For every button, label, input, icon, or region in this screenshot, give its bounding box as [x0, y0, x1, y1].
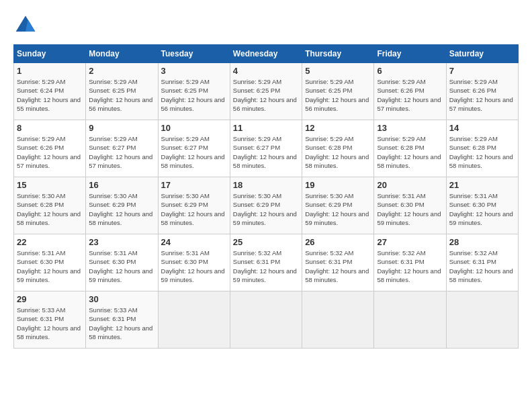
day-info: Sunrise: 5:31 AM Sunset: 6:30 PM Dayligh… — [449, 191, 515, 227]
day-number: 29 — [17, 294, 83, 304]
day-info: Sunrise: 5:29 AM Sunset: 6:28 PM Dayligh… — [377, 134, 443, 170]
calendar-cell: 13 Sunrise: 5:29 AM Sunset: 6:28 PM Dayl… — [374, 120, 446, 177]
calendar-cell: 4 Sunrise: 5:29 AM Sunset: 6:25 PM Dayli… — [230, 63, 302, 120]
daylight-label: Daylight: 12 hours and 57 minutes. — [449, 96, 513, 112]
day-number: 12 — [305, 123, 371, 133]
sunset-label: Sunset: 6:30 PM — [89, 258, 136, 265]
sunset-label: Sunset: 6:31 PM — [233, 258, 280, 265]
sunset-label: Sunset: 6:27 PM — [89, 144, 136, 151]
day-info: Sunrise: 5:29 AM Sunset: 6:28 PM Dayligh… — [449, 134, 515, 170]
daylight-label: Daylight: 12 hours and 58 minutes. — [377, 153, 441, 169]
day-number: 16 — [89, 180, 154, 190]
daylight-label: Daylight: 12 hours and 58 minutes. — [233, 153, 297, 169]
day-info: Sunrise: 5:29 AM Sunset: 6:25 PM Dayligh… — [161, 77, 227, 113]
sunset-label: Sunset: 6:25 PM — [161, 87, 208, 94]
day-number: 7 — [449, 66, 515, 76]
calendar-cell: 20 Sunrise: 5:31 AM Sunset: 6:30 PM Dayl… — [374, 177, 446, 234]
sunset-label: Sunset: 6:29 PM — [161, 201, 208, 208]
calendar-cell — [302, 291, 374, 349]
calendar-cell: 19 Sunrise: 5:30 AM Sunset: 6:29 PM Dayl… — [302, 177, 374, 234]
calendar-cell: 24 Sunrise: 5:31 AM Sunset: 6:30 PM Dayl… — [158, 234, 230, 291]
calendar-cell: 18 Sunrise: 5:30 AM Sunset: 6:29 PM Dayl… — [230, 177, 302, 234]
calendar-cell: 7 Sunrise: 5:29 AM Sunset: 6:26 PM Dayli… — [446, 63, 518, 120]
calendar-week-row: 15 Sunrise: 5:30 AM Sunset: 6:28 PM Dayl… — [14, 177, 519, 234]
calendar-cell: 5 Sunrise: 5:29 AM Sunset: 6:25 PM Dayli… — [302, 63, 374, 120]
daylight-label: Daylight: 12 hours and 58 minutes. — [161, 210, 225, 226]
daylight-label: Daylight: 12 hours and 56 minutes. — [233, 96, 297, 112]
sunset-label: Sunset: 6:29 PM — [89, 201, 136, 208]
day-info: Sunrise: 5:32 AM Sunset: 6:31 PM Dayligh… — [377, 248, 443, 284]
sunrise-label: Sunrise: 5:32 AM — [449, 249, 498, 257]
sunrise-label: Sunrise: 5:32 AM — [377, 249, 425, 257]
weekday-header-monday: Monday — [86, 45, 158, 63]
daylight-label: Daylight: 12 hours and 58 minutes. — [89, 210, 152, 226]
weekday-header-saturday: Saturday — [446, 45, 518, 63]
calendar-cell: 1 Sunrise: 5:29 AM Sunset: 6:24 PM Dayli… — [14, 63, 86, 120]
calendar-cell: 21 Sunrise: 5:31 AM Sunset: 6:30 PM Dayl… — [446, 177, 518, 234]
day-info: Sunrise: 5:31 AM Sunset: 6:30 PM Dayligh… — [161, 248, 227, 284]
day-info: Sunrise: 5:29 AM Sunset: 6:27 PM Dayligh… — [233, 134, 299, 170]
sunset-label: Sunset: 6:31 PM — [17, 315, 64, 322]
calendar-cell — [158, 291, 230, 349]
daylight-label: Daylight: 12 hours and 56 minutes. — [89, 96, 152, 112]
day-info: Sunrise: 5:29 AM Sunset: 6:24 PM Dayligh… — [17, 77, 83, 113]
sunrise-label: Sunrise: 5:29 AM — [305, 78, 353, 85]
sunrise-label: Sunrise: 5:29 AM — [449, 78, 498, 85]
sunset-label: Sunset: 6:30 PM — [377, 201, 424, 208]
calendar-table: SundayMondayTuesdayWednesdayThursdayFrid… — [13, 44, 519, 349]
sunrise-label: Sunrise: 5:29 AM — [377, 135, 425, 142]
daylight-label: Daylight: 12 hours and 58 minutes. — [305, 153, 369, 169]
day-number: 28 — [449, 237, 515, 247]
sunset-label: Sunset: 6:27 PM — [233, 144, 280, 151]
calendar-cell: 8 Sunrise: 5:29 AM Sunset: 6:26 PM Dayli… — [14, 120, 86, 177]
calendar-cell: 22 Sunrise: 5:31 AM Sunset: 6:30 PM Dayl… — [14, 234, 86, 291]
day-number: 5 — [305, 66, 371, 76]
daylight-label: Daylight: 12 hours and 55 minutes. — [17, 96, 81, 112]
calendar-cell: 27 Sunrise: 5:32 AM Sunset: 6:31 PM Dayl… — [374, 234, 446, 291]
day-number: 21 — [449, 180, 515, 190]
sunset-label: Sunset: 6:28 PM — [17, 201, 64, 208]
sunrise-label: Sunrise: 5:29 AM — [17, 135, 65, 142]
sunset-label: Sunset: 6:30 PM — [449, 201, 496, 208]
sunset-label: Sunset: 6:25 PM — [305, 87, 352, 94]
calendar-cell: 14 Sunrise: 5:29 AM Sunset: 6:28 PM Dayl… — [446, 120, 518, 177]
sunset-label: Sunset: 6:30 PM — [161, 258, 208, 265]
day-number: 23 — [89, 237, 154, 247]
daylight-label: Daylight: 12 hours and 57 minutes. — [377, 96, 441, 112]
calendar-cell: 6 Sunrise: 5:29 AM Sunset: 6:26 PM Dayli… — [374, 63, 446, 120]
sunrise-label: Sunrise: 5:29 AM — [305, 135, 353, 142]
day-number: 10 — [161, 123, 227, 133]
day-number: 17 — [161, 180, 227, 190]
sunrise-label: Sunrise: 5:29 AM — [161, 135, 210, 142]
daylight-label: Daylight: 12 hours and 58 minutes. — [449, 153, 513, 169]
day-info: Sunrise: 5:30 AM Sunset: 6:29 PM Dayligh… — [305, 191, 371, 227]
day-info: Sunrise: 5:30 AM Sunset: 6:29 PM Dayligh… — [161, 191, 227, 227]
day-number: 15 — [17, 180, 83, 190]
sunset-label: Sunset: 6:28 PM — [377, 144, 424, 151]
sunrise-label: Sunrise: 5:31 AM — [89, 249, 137, 257]
sunrise-label: Sunrise: 5:33 AM — [89, 306, 137, 314]
calendar-cell: 12 Sunrise: 5:29 AM Sunset: 6:28 PM Dayl… — [302, 120, 374, 177]
day-number: 8 — [17, 123, 83, 133]
calendar-cell — [446, 291, 518, 349]
sunset-label: Sunset: 6:31 PM — [89, 315, 136, 322]
daylight-label: Daylight: 12 hours and 58 minutes. — [17, 210, 81, 226]
sunrise-label: Sunrise: 5:33 AM — [17, 306, 65, 314]
weekday-header-row: SundayMondayTuesdayWednesdayThursdayFrid… — [14, 45, 519, 63]
day-info: Sunrise: 5:29 AM Sunset: 6:26 PM Dayligh… — [377, 77, 443, 113]
weekday-header-tuesday: Tuesday — [158, 45, 230, 63]
logo — [13, 13, 40, 38]
day-info: Sunrise: 5:32 AM Sunset: 6:31 PM Dayligh… — [233, 248, 299, 284]
sunrise-label: Sunrise: 5:29 AM — [17, 78, 65, 85]
calendar-cell: 28 Sunrise: 5:32 AM Sunset: 6:31 PM Dayl… — [446, 234, 518, 291]
day-number: 18 — [233, 180, 299, 190]
day-number: 13 — [377, 123, 443, 133]
day-number: 9 — [89, 123, 154, 133]
day-info: Sunrise: 5:29 AM Sunset: 6:25 PM Dayligh… — [233, 77, 299, 113]
daylight-label: Daylight: 12 hours and 58 minutes. — [305, 267, 369, 283]
sunrise-label: Sunrise: 5:30 AM — [305, 192, 353, 199]
calendar-week-row: 29 Sunrise: 5:33 AM Sunset: 6:31 PM Dayl… — [14, 291, 519, 349]
day-info: Sunrise: 5:29 AM Sunset: 6:26 PM Dayligh… — [449, 77, 515, 113]
calendar-cell: 15 Sunrise: 5:30 AM Sunset: 6:28 PM Dayl… — [14, 177, 86, 234]
day-info: Sunrise: 5:32 AM Sunset: 6:31 PM Dayligh… — [305, 248, 371, 284]
